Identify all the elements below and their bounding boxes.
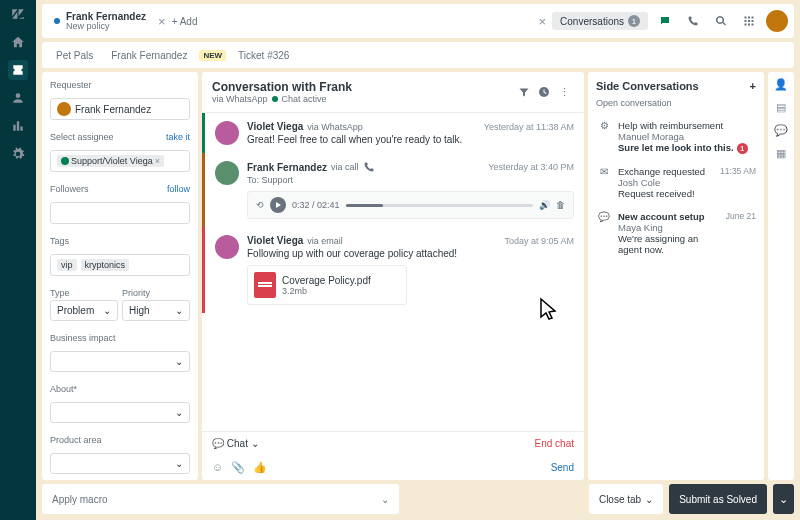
tags-label: Tags	[50, 236, 190, 246]
macro-select[interactable]: Apply macro⌄	[42, 484, 399, 514]
gear-icon: ⚙	[596, 120, 612, 154]
mail-icon: ✉	[596, 166, 612, 199]
side-conv-item[interactable]: ⚙ Help with reimbursementManuel MoragaSu…	[596, 114, 756, 160]
pdf-icon	[254, 272, 276, 298]
type-select[interactable]: Problem⌄	[50, 300, 118, 321]
context-rail: 👤 ▤ 💬 ▦	[768, 72, 794, 480]
followers-label: Followers	[50, 184, 89, 194]
close-tab-icon[interactable]: ×	[158, 14, 166, 29]
reports-icon[interactable]	[8, 116, 28, 136]
admin-icon[interactable]	[8, 144, 28, 164]
new-badge: NEW	[199, 50, 226, 61]
assignee-label: Select assignee	[50, 132, 114, 142]
add-tab-button[interactable]: + Add	[172, 16, 198, 27]
crumb-user[interactable]: Frank Fernandez	[105, 48, 193, 63]
knowledge-icon[interactable]: ▤	[776, 101, 786, 114]
clock-icon[interactable]	[534, 82, 554, 102]
send-button[interactable]: Send	[551, 462, 574, 473]
filter-icon[interactable]	[514, 82, 534, 102]
side-conv-item[interactable]: ✉ Exchange requestedJosh ColeRequest rec…	[596, 160, 756, 205]
conversation-panel: Conversation with Frank via WhatsAppChat…	[202, 72, 584, 480]
conversation-title: Conversation with Frank	[212, 80, 352, 94]
product-area-label: Product area	[50, 435, 190, 445]
apps-icon[interactable]	[738, 10, 760, 32]
business-impact-label: Business impact	[50, 333, 190, 343]
nav-rail	[0, 0, 36, 520]
crumb-org[interactable]: Pet Pals	[50, 48, 99, 63]
about-label: About*	[50, 384, 190, 394]
side-conv-icon[interactable]: 💬	[774, 124, 788, 137]
breadcrumb: Pet Pals Frank Fernandez NEW Ticket #326	[42, 42, 794, 68]
delete-icon[interactable]: 🗑	[556, 200, 565, 210]
chat-bubble-icon: 💬	[596, 211, 612, 255]
search-icon[interactable]	[710, 10, 732, 32]
user-icon[interactable]: 👤	[774, 78, 788, 91]
type-label: Type	[50, 288, 118, 298]
business-impact-select[interactable]: ⌄	[50, 351, 190, 372]
assignee-field[interactable]: Support/Violet Viega×	[50, 150, 190, 172]
profile-avatar[interactable]	[766, 10, 788, 32]
chat-icon[interactable]	[654, 10, 676, 32]
take-it-link[interactable]: take it	[166, 132, 190, 142]
home-icon[interactable]	[8, 32, 28, 52]
link-icon: ⟲	[256, 200, 264, 210]
message-item: Violet Viegavia WhatsAppYesterday at 11:…	[202, 113, 584, 153]
audio-player[interactable]: ⟲ 0:32 / 02:41 🔊 🗑	[247, 191, 574, 219]
thumbs-icon[interactable]: 👍	[253, 461, 267, 474]
close-tab-button[interactable]: Close tab⌄	[589, 484, 663, 514]
phone-icon[interactable]	[682, 10, 704, 32]
clear-icon[interactable]: ×	[538, 14, 546, 29]
side-conv-title: Side Conversations	[596, 80, 699, 92]
remove-chip-icon[interactable]: ×	[155, 156, 160, 166]
audio-progress[interactable]	[346, 204, 533, 207]
emoji-icon[interactable]: ☺	[212, 461, 223, 474]
more-icon[interactable]: ⋮	[554, 82, 574, 102]
priority-label: Priority	[122, 288, 190, 298]
ticket-tab-name: Frank Fernandez	[66, 11, 146, 22]
priority-select[interactable]: High⌄	[122, 300, 190, 321]
reply-icon: 💬	[212, 438, 224, 449]
logo-icon[interactable]	[8, 4, 28, 24]
chat-composer: 💬 Chat ⌄End chat ☺📎👍 Send	[202, 431, 584, 480]
tags-field[interactable]: vipkryptonics	[50, 254, 190, 276]
cursor-icon	[539, 297, 559, 321]
add-side-conv-button[interactable]: +	[750, 80, 756, 92]
play-button[interactable]	[270, 197, 286, 213]
about-select[interactable]: ⌄	[50, 402, 190, 423]
volume-icon[interactable]: 🔊	[539, 200, 550, 210]
submit-button[interactable]: Submit as Solved	[669, 484, 767, 514]
ticket-tab[interactable]: Frank Fernandez New policy	[48, 9, 152, 34]
product-area-select[interactable]: ⌄	[50, 453, 190, 474]
ticket-tab-sub: New policy	[66, 22, 146, 32]
side-conv-item[interactable]: 💬 New account setupMaya KingWe're assign…	[596, 205, 756, 261]
footer: Apply macro⌄ Close tab⌄ Submit as Solved…	[42, 484, 794, 514]
side-conversations-panel: Side Conversations+ Open conversation ⚙ …	[588, 72, 764, 480]
submit-dropdown[interactable]: ⌄	[773, 484, 794, 514]
message-item: Frank Fernandezvia callYesterday at 3:40…	[202, 153, 584, 227]
apps-grid-icon[interactable]: ▦	[776, 147, 786, 160]
followers-field[interactable]	[50, 202, 190, 224]
end-chat-button[interactable]: End chat	[535, 438, 574, 449]
open-conv-label: Open conversation	[596, 98, 756, 108]
conversations-pill[interactable]: Conversations 1	[552, 12, 648, 30]
message-item: Violet Viegavia emailToday at 9:05 AM Fo…	[202, 227, 584, 313]
requester-label: Requester	[50, 80, 190, 90]
tickets-icon[interactable]	[8, 60, 28, 80]
left-panel: Requester Frank Fernandez Select assigne…	[42, 72, 198, 480]
customers-icon[interactable]	[8, 88, 28, 108]
crumb-ticket[interactable]: Ticket #326	[232, 48, 295, 63]
follow-link[interactable]: follow	[167, 184, 190, 194]
topbar: Frank Fernandez New policy × + Add × Con…	[42, 4, 794, 38]
attachment[interactable]: Coverage Policy.pdf3.2mb	[247, 265, 407, 305]
attach-icon[interactable]: 📎	[231, 461, 245, 474]
call-icon	[363, 161, 375, 173]
requester-field[interactable]: Frank Fernandez	[50, 98, 190, 120]
